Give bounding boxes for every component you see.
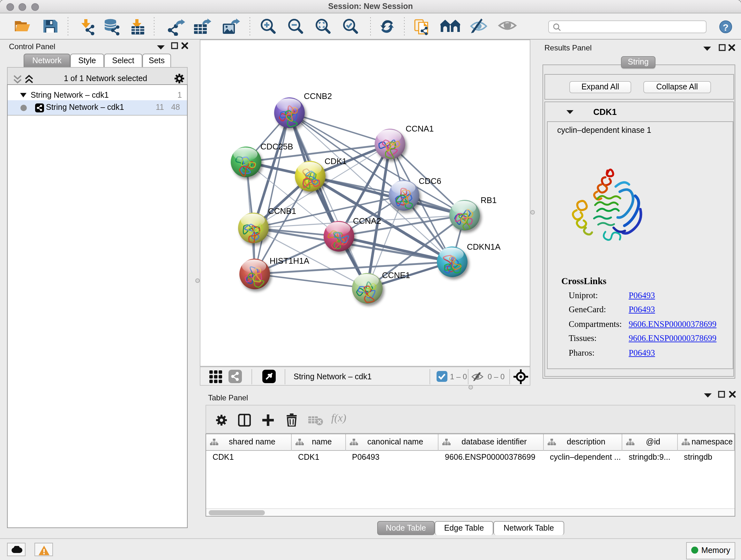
- svg-text:CDK1: CDK1: [325, 157, 347, 166]
- svg-text:CCNA1: CCNA1: [406, 124, 434, 133]
- svg-text:CDC25B: CDC25B: [260, 142, 293, 151]
- svg-text:CCNB2: CCNB2: [304, 91, 332, 101]
- svg-text:HIST1H1A: HIST1H1A: [270, 256, 310, 266]
- svg-text:RB1: RB1: [481, 195, 497, 205]
- svg-text:CCNB1: CCNB1: [268, 206, 296, 216]
- svg-text:CDC6: CDC6: [419, 176, 441, 186]
- svg-text:CCNE1: CCNE1: [382, 270, 410, 280]
- svg-text:CCNA2: CCNA2: [353, 216, 381, 226]
- svg-text:CDKN1A: CDKN1A: [467, 242, 501, 252]
